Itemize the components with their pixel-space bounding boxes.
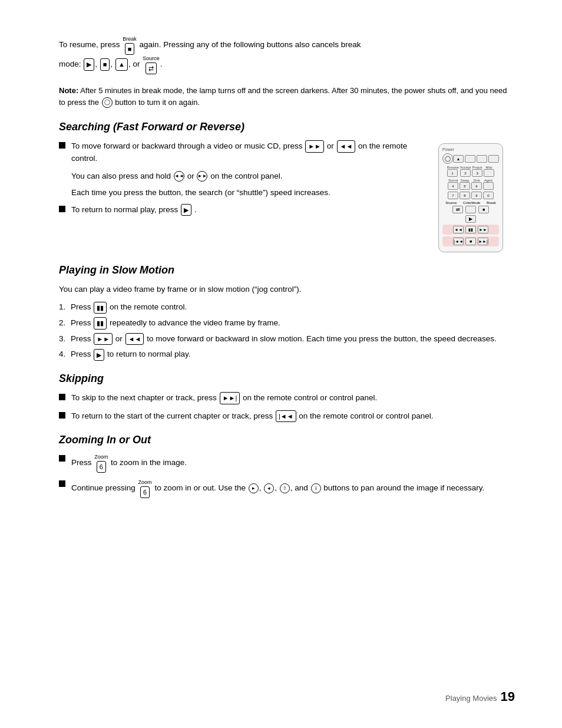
slow-motion-section: Playing in Slow Motion You can play a vi… [59, 264, 515, 361]
remote-image: Power ◯ ▲ [438, 143, 515, 252]
page: To resume, press Break ■ again. Pressing… [0, 0, 562, 728]
note-end: button to turn it on again. [115, 98, 200, 107]
bullet-icon-s2 [59, 412, 65, 419]
note-label: Note: [59, 86, 78, 95]
rew-round-btn: ◄◄ [174, 171, 184, 182]
step-2: 2. Press ▮▮ repeatedly to advance the vi… [59, 317, 515, 330]
remote-row3: Surnd 4 Swap 5 Zink 6 [442, 179, 499, 190]
searching-content: To move forward or backward through a vi… [59, 140, 515, 252]
pan-right-icon: ▸ [249, 483, 259, 493]
skip-back-btn: |◄◄ [276, 410, 296, 423]
source-button-inline: Source ⇄ [143, 55, 160, 74]
slow-motion-intro: You can play a video frame by frame or i… [59, 284, 515, 295]
zooming-section: Zooming In or Out Press Zoom 6 to zoom i… [59, 434, 515, 498]
remote-row1: ◯ ▲ [442, 153, 499, 164]
searching-indent2: Each time you press the button, the sear… [71, 187, 427, 199]
ff-round-btn: ►► [197, 171, 207, 182]
remote-play-row: ▶ [442, 215, 499, 223]
pan-down-icon: ⇩ [311, 483, 321, 493]
rew-btn-3: ◄◄ [125, 333, 144, 345]
footer-label: Playing Movies [445, 694, 497, 703]
resume-mid: again. Pressing any of the following but… [140, 40, 361, 49]
slow-motion-title: Playing in Slow Motion [59, 264, 515, 276]
searching-bullet1: To move forward or backward through a vi… [59, 140, 427, 164]
play-btn-4: ▶ [94, 349, 104, 361]
bullet-icon-s1 [59, 394, 65, 400]
remote-row4: 7 8 9 0 [442, 192, 499, 199]
searching-indent1: You can also press and hold ◄◄ or ►► on … [71, 170, 427, 182]
skip-fwd-btn: ►►| [220, 392, 240, 404]
page-number: 19 [501, 689, 515, 704]
searching-main: To move forward or backward through a vi… [59, 140, 427, 222]
play-button-inline: ▶ [84, 58, 94, 71]
resume-text: To resume, press [59, 40, 120, 49]
remote-row2: Browse 1 Accept 2 Projctr 3 [442, 166, 499, 177]
searching-bullets: To move forward or backward through a vi… [59, 140, 427, 164]
remote-control: Power ◯ ▲ [438, 143, 503, 252]
step-4: 4. Press ▶ to return to normal play. [59, 348, 515, 361]
slow-motion-steps: 1. Press ▮▮ on the remote control. 2. Pr… [59, 301, 515, 361]
zooming-bullet2: Continue pressing Zoom 6 to zoom in or o… [59, 479, 515, 498]
intro-section: To resume, press Break ■ again. Pressing… [59, 35, 515, 74]
pan-up-icon: ⇧ [280, 483, 290, 493]
s-b1-pre: To move forward or backward through a vi… [71, 141, 302, 150]
remote-transport-row2: |◄◄ ■ ►►| [442, 236, 499, 246]
ff-btn-3: ►► [94, 333, 113, 345]
remote-row5: ⇄ ■ [442, 206, 499, 213]
zoom6-btn-2: Zoom 6 [138, 479, 152, 498]
searching-bullets2: To return to normal play, press ▶ . [59, 204, 427, 216]
eject-button-inline: ▲ [115, 58, 128, 71]
rew-button: ◄◄ [337, 140, 356, 153]
step-1: 1. Press ▮▮ on the remote control. [59, 301, 515, 314]
zooming-title: Zooming In or Out [59, 434, 515, 446]
skipping-bullet1: To skip to the next chapter or track, pr… [59, 392, 515, 404]
searching-title: Searching (Fast Forward or Reverse) [59, 121, 515, 133]
bullet-icon-z2 [59, 480, 65, 487]
note-block: Note: After 5 minutes in break mode, the… [59, 85, 515, 108]
ff-button: ►► [305, 140, 324, 153]
searching-section: Searching (Fast Forward or Reverse) To m… [59, 121, 515, 252]
s-b1-mid: or [327, 141, 334, 150]
bullet-icon [59, 142, 65, 149]
zooming-bullet1: Press Zoom 6 to zoom in the image. [59, 453, 515, 473]
searching-bullet2: To return to normal play, press ▶ . [59, 204, 427, 216]
skipping-bullet2: To return to the start of the current ch… [59, 410, 515, 423]
bullet-icon-z1 [59, 455, 65, 462]
skipping-section: Skipping To skip to the next chapter or … [59, 373, 515, 422]
stop-button-inline: ■ [100, 58, 110, 71]
mode-text: mode: [59, 60, 81, 68]
remote-power-row: Power [442, 147, 499, 151]
pan-left-icon: ◂ [264, 483, 274, 493]
remote-transport-row1: ◄◄ ▮▮ ►► [442, 225, 499, 235]
skipping-bullets: To skip to the next chapter or track, pr… [59, 392, 515, 422]
page-footer: Playing Movies 19 [445, 689, 515, 704]
power-button-note: ◯ [102, 97, 113, 108]
skipping-title: Skipping [59, 373, 515, 385]
zooming-bullets: Press Zoom 6 to zoom in the image. Conti… [59, 453, 515, 498]
step-3: 3. Press ►► or ◄◄ to move forward or bac… [59, 333, 515, 345]
pause-btn-1: ▮▮ [94, 302, 107, 314]
play-btn-s: ▶ [181, 204, 191, 216]
bullet-icon2 [59, 206, 65, 212]
remote-power-btn: ◯ [442, 153, 453, 164]
zoom6-btn-1: Zoom 6 [94, 453, 108, 473]
break-button-inline: Break ■ [123, 35, 137, 55]
pause-btn-2: ▮▮ [94, 317, 107, 330]
